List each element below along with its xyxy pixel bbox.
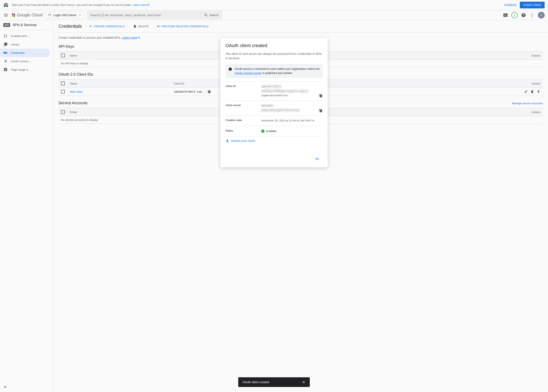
- modal-title: OAuth client created: [225, 43, 323, 48]
- status-row: Status Enabled: [225, 126, 323, 136]
- client-secret-label: Client secret: [225, 104, 261, 112]
- creation-date-value: November 29, 2023 at 10:44:41 AM GMT+8: [261, 119, 323, 123]
- info-box: OAuth access is restricted to users with…: [225, 64, 323, 78]
- client-id-label: Client ID: [225, 84, 261, 98]
- client-id-value: 1002697579675-ta0dfhejznkh80gqpkmlpqg7bv…: [261, 84, 323, 98]
- copy-client-secret-icon[interactable]: [319, 109, 323, 112]
- toast: OAuth client created: [238, 377, 310, 387]
- oauth-consent-link[interactable]: OAuth consent screen: [235, 71, 262, 75]
- copy-client-id-icon[interactable]: [319, 94, 323, 98]
- close-icon[interactable]: [302, 380, 306, 384]
- info-icon: [228, 67, 232, 71]
- status-value: Enabled: [261, 129, 323, 133]
- modal-overlay: OAuth client created The client ID and s…: [0, 0, 548, 392]
- check-icon: [261, 129, 265, 133]
- creation-date-row: Creation date November 29, 2023 at 10:44…: [225, 115, 323, 126]
- status-label: Status: [225, 129, 261, 133]
- toast-text: OAuth client created: [242, 380, 269, 384]
- oauth-created-modal: OAuth client created The client ID and s…: [220, 38, 328, 167]
- creation-date-label: Creation date: [225, 119, 261, 123]
- download-json-button[interactable]: DOWNLOAD JSON: [225, 136, 323, 143]
- download-icon: [225, 139, 229, 143]
- client-id-row: Client ID 1002697579675-ta0dfhejznkh80gq…: [225, 81, 323, 100]
- client-secret-row: Client secret GOCSPX-pQ8oxvBkwQpaEVxDhUm…: [225, 100, 323, 115]
- client-secret-value: GOCSPX-pQ8oxvBkwQpaEVxDhUmnkak: [261, 104, 323, 112]
- modal-subtitle: The client ID and secret can always be a…: [225, 52, 323, 61]
- ok-button[interactable]: OK: [312, 155, 323, 162]
